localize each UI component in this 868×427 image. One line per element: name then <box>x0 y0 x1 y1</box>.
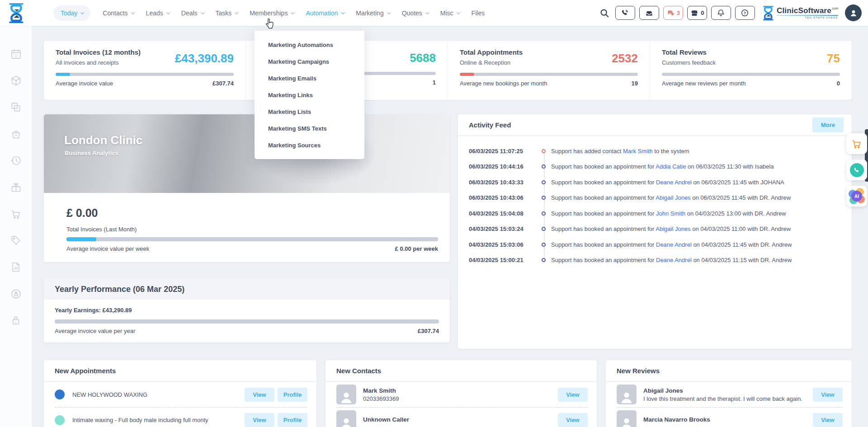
menu-item-marketing-emails[interactable]: Marketing Emails <box>255 70 364 87</box>
stat-card-invoices[interactable]: Total Invoices (12 months) All invoices … <box>44 41 245 100</box>
chevron-down-icon <box>166 10 170 14</box>
menu-item-marketing-sms-texts[interactable]: Marketing SMS Texts <box>255 120 364 137</box>
stat-footer-label: Average new reviews per month <box>662 80 745 87</box>
top-bar: Today Contacts Leads Deals Tasks Members… <box>0 0 868 26</box>
nav-automation[interactable]: Automation <box>306 9 344 17</box>
contact-link[interactable]: Addia Catie <box>656 163 686 170</box>
activity-feed-list: 06/03/2025 11:07:25 Support has added co… <box>458 136 852 268</box>
sidebar-item-history[interactable] <box>9 154 22 167</box>
contact-link[interactable]: Deane Andrel <box>656 241 692 248</box>
new-contacts-card: New Contacts Mark Smith 02033693369 View… <box>326 360 597 427</box>
review-row: Abigail Jones I love this treatment and … <box>617 382 843 407</box>
new-appointments-card: New Appointments NEW HOLYWOOD WAXING Vie… <box>44 360 316 427</box>
nav-tasks[interactable]: Tasks <box>216 9 238 17</box>
contacts-title: New Contacts <box>336 367 381 375</box>
stat-value: 75 <box>827 52 840 66</box>
more-button[interactable]: More <box>812 117 844 132</box>
new-reviews-card: New Reviews Abigail Jones I love this tr… <box>606 360 852 427</box>
view-button[interactable]: View <box>558 413 588 427</box>
progress-bar <box>662 73 840 76</box>
sidebar-item-products[interactable] <box>9 74 22 87</box>
stat-footer-label: Average invoice value <box>56 80 113 87</box>
stat-card-reviews[interactable]: Total Reviews Customers feedback 75 Aver… <box>650 41 852 100</box>
chevron-down-icon <box>387 10 391 14</box>
contact-link[interactable]: Deane Andrel <box>656 257 692 263</box>
floating-ai-button[interactable]: AI <box>846 186 867 206</box>
contact-link[interactable]: Abigail Jones <box>656 225 690 232</box>
lock-icon <box>10 314 22 326</box>
layers-icon <box>10 101 22 113</box>
view-button[interactable]: View <box>813 413 843 427</box>
review-row: Marcia Navarro Brooks View <box>617 407 843 427</box>
menu-item-marketing-sources[interactable]: Marketing Sources <box>255 137 364 154</box>
stat-subtitle: Online & Reception <box>460 59 523 66</box>
stat-footer-value: 0 <box>837 80 840 87</box>
contact-link[interactable]: John Smith <box>656 210 685 217</box>
menu-item-marketing-lists[interactable]: Marketing Lists <box>255 103 364 120</box>
nav-label: Quotes <box>402 9 422 17</box>
sidebar-item-account-security[interactable] <box>9 287 22 300</box>
menu-item-marketing-links[interactable]: Marketing Links <box>255 87 364 103</box>
feed-item: 04/03/2025 15:03:24 Support has booked a… <box>469 221 852 237</box>
appointment-text: Intimate waxing - Full body male includi… <box>72 417 245 423</box>
nav-label: Memberships <box>250 9 288 17</box>
user-avatar[interactable] <box>845 5 862 21</box>
brand-logo[interactable]: ClinicSoftware.com TEN STEPS AHEAD <box>763 6 838 20</box>
nav-label: Misc <box>440 9 453 17</box>
notifications-button[interactable] <box>711 6 731 20</box>
nav-today[interactable]: Today <box>53 5 90 21</box>
profile-button[interactable]: Profile <box>278 413 307 427</box>
sidebar-item-privacy[interactable] <box>9 314 22 327</box>
help-button[interactable]: ? <box>735 6 755 20</box>
activity-feed-card: Activity Feed More 06/03/2025 11:07:25 S… <box>458 114 852 349</box>
clinicsoftware-logo-icon[interactable] <box>6 3 27 23</box>
last-month-label: Total Invoices (Last Month) <box>66 226 438 233</box>
chat-button[interactable]: 3 <box>663 6 683 20</box>
automation-dropdown-menu: Marketing Automations Marketing Campaign… <box>255 31 364 159</box>
nav-contacts[interactable]: Contacts <box>103 9 133 17</box>
contact-link[interactable]: Mark Smith <box>623 148 653 155</box>
nav-misc[interactable]: Misc <box>440 9 459 17</box>
nav-memberships[interactable]: Memberships <box>250 9 293 17</box>
service-dot <box>55 389 65 399</box>
chevron-down-icon <box>457 10 460 14</box>
stat-card-appointments[interactable]: Total Appointments Online & Reception 25… <box>448 41 650 100</box>
inbox-button[interactable] <box>639 6 659 20</box>
chevron-down-icon <box>81 10 85 14</box>
contact-link[interactable]: Deane Andrel <box>656 179 692 186</box>
stat-footer-value: 1 <box>433 79 436 86</box>
nav-label: Marketing <box>356 9 383 17</box>
contact-link[interactable]: Abigail Jones <box>656 194 690 201</box>
avatar <box>617 385 637 404</box>
view-button[interactable]: View <box>813 388 843 402</box>
nav-leads[interactable]: Leads <box>146 9 169 17</box>
menu-item-marketing-automations[interactable]: Marketing Automations <box>255 37 364 53</box>
stat-value: £43,390.89 <box>175 52 234 66</box>
view-button[interactable]: View <box>558 388 588 402</box>
clinic-name: London Clinic <box>64 133 142 147</box>
stat-title: Total Invoices (12 months) <box>56 48 141 56</box>
sidebar-item-shop[interactable] <box>9 207 22 220</box>
profile-button[interactable]: Profile <box>278 388 307 402</box>
floating-call-button[interactable] <box>846 160 867 180</box>
nav-marketing[interactable]: Marketing <box>356 9 389 17</box>
nav-quotes[interactable]: Quotes <box>402 9 428 17</box>
feed-item: 04/03/2025 15:03:06 Support has booked a… <box>469 237 852 253</box>
floating-cart-button[interactable] <box>846 133 867 154</box>
left-sidebar: 12 <box>0 26 32 427</box>
nav-files[interactable]: Files <box>472 9 485 17</box>
sidebar-item-calendar[interactable]: 12 <box>9 47 22 60</box>
menu-item-marketing-campaigns[interactable]: Marketing Campaigns <box>255 53 364 70</box>
sidebar-item-gifts[interactable] <box>9 181 22 193</box>
view-button[interactable]: View <box>245 413 274 427</box>
view-button[interactable]: View <box>245 388 274 402</box>
sidebar-item-duplicates[interactable] <box>9 101 22 113</box>
store-button[interactable]: 0 <box>687 6 707 20</box>
contact-phone: 02033693369 <box>363 395 553 402</box>
sidebar-item-pricing[interactable] <box>9 234 22 247</box>
nav-deals[interactable]: Deals <box>181 9 203 17</box>
sidebar-item-reports[interactable] <box>9 261 22 273</box>
search-icon[interactable] <box>599 8 609 18</box>
phone-button[interactable] <box>615 6 635 20</box>
sidebar-item-bookings[interactable] <box>9 127 22 140</box>
